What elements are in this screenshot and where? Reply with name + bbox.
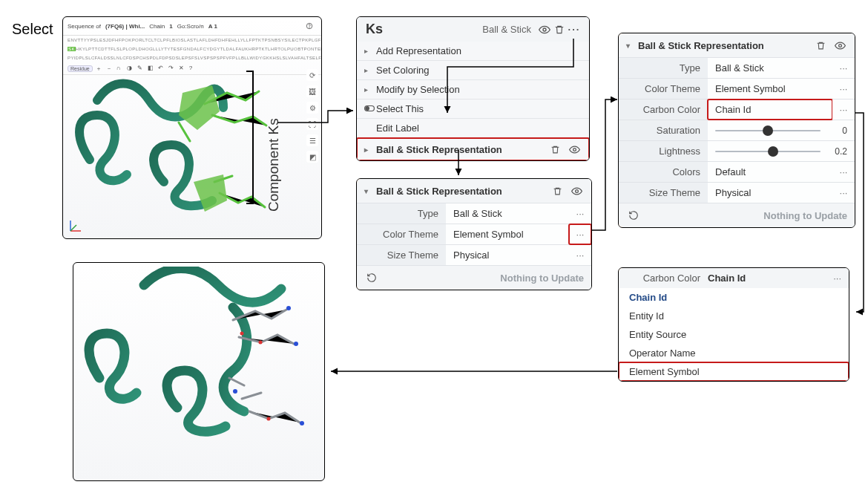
- protein-view-2[interactable]: [77, 267, 322, 474]
- more-icon[interactable]: ···: [832, 79, 855, 99]
- controls-icon[interactable]: ⚙: [306, 102, 318, 114]
- rep1-color-label: Color Theme: [357, 224, 446, 244]
- representation-panel-1: ▾ Ball & Stick Representation Type Ball …: [356, 178, 592, 290]
- representation-panel-2: ▾ Ball & Stick Representation Type Ball …: [618, 33, 855, 228]
- eye-icon[interactable]: [569, 183, 584, 198]
- settings-icon[interactable]: ☰: [306, 134, 318, 146]
- seq-chain-val[interactable]: 1: [169, 23, 172, 30]
- eye-icon[interactable]: [537, 22, 552, 37]
- rep2-sat-slider[interactable]: 0: [708, 120, 855, 140]
- rep2-type-value[interactable]: Ball & Stick: [708, 58, 832, 78]
- rep1-type-value[interactable]: Ball & Stick: [446, 203, 569, 224]
- bracket: [246, 71, 254, 204]
- seq-chain-label: Chain: [149, 23, 165, 30]
- dropdown-opt-operator-name[interactable]: Operator Name: [619, 344, 849, 362]
- rep2-footer: Nothing to Update: [619, 203, 855, 227]
- fullscreen-icon[interactable]: ⛶: [306, 118, 318, 130]
- more-icon[interactable]: ···: [832, 183, 855, 203]
- label-component-ks: Component Ks: [266, 118, 282, 212]
- svg-point-9: [575, 189, 578, 192]
- reset-icon[interactable]: ⟳: [306, 69, 318, 81]
- dropdown-current[interactable]: Carbon Color Chain Id ···: [619, 268, 849, 288]
- trash-icon[interactable]: [552, 22, 567, 37]
- viewer-panel-2[interactable]: [73, 262, 325, 481]
- svg-point-13: [300, 421, 304, 425]
- svg-point-10: [838, 44, 841, 47]
- sequence-line-1[interactable]: SKHKYLPTTCDTTFLSLPLOPLDHOGLLLYTYTESFGNDA…: [63, 45, 321, 53]
- rep1-footer-text: Nothing to Update: [500, 273, 584, 284]
- sequence-line-2[interactable]: PYIDPLSLCFALDSSLNLCFDSPCHSPDLFDPSDSLEPSF…: [63, 53, 321, 62]
- dropdown-opt-entity-id[interactable]: Entity Id: [619, 307, 849, 325]
- rep2-size-value[interactable]: Physical: [708, 183, 832, 203]
- refresh-icon[interactable]: [364, 270, 379, 285]
- trash-icon[interactable]: [548, 142, 562, 157]
- rep2-header[interactable]: ▾ Ball & Stick Representation: [619, 33, 855, 58]
- component-menu: Ks Ball & Stick ··· ▸Add Representation …: [356, 16, 590, 161]
- more-icon[interactable]: ···: [832, 100, 855, 120]
- viewer-side-toolbar: ⟳ 🖼 ⚙ ⛶ ☰ ◩: [306, 69, 318, 163]
- trash-icon[interactable]: [813, 38, 828, 53]
- rep2-footer-text: Nothing to Update: [763, 210, 847, 221]
- more-icon[interactable]: ···: [833, 273, 841, 284]
- dropdown-opt-chain-id[interactable]: Chain Id: [619, 288, 849, 307]
- svg-point-12: [294, 342, 298, 346]
- svg-point-14: [259, 341, 263, 345]
- more-icon[interactable]: ···: [569, 245, 591, 265]
- dropdown-current-value: Chain Id: [708, 273, 746, 284]
- svg-point-7: [365, 106, 369, 111]
- expand-caret-icon: ▾: [364, 187, 372, 195]
- refresh-icon[interactable]: [626, 208, 641, 223]
- expand-caret-icon: ▾: [626, 42, 634, 50]
- help-icon[interactable]: [302, 19, 317, 33]
- svg-point-17: [233, 389, 237, 394]
- rep1-size-value[interactable]: Physical: [446, 245, 569, 265]
- more-icon[interactable]: ···: [569, 224, 591, 244]
- rep2-light-label: Lightness: [619, 141, 708, 161]
- rep2-light-slider[interactable]: 0.2: [708, 141, 855, 161]
- sequence-line-0[interactable]: ENVTTYYPSLESJDFHFPOKPORLTCLTCLPFLBIOSLAS…: [63, 36, 321, 45]
- rep1-type-label: Type: [357, 203, 446, 224]
- rep2-carbon-row: Carbon Color Chain Id ···: [619, 100, 855, 120]
- seq-entity[interactable]: (7FQ6) | Whi...: [105, 23, 145, 30]
- dropdown-opt-entity-source[interactable]: Entity Source: [619, 325, 849, 344]
- svg-line-4: [70, 225, 76, 231]
- trash-icon[interactable]: [550, 183, 565, 198]
- rep2-lightness-row: Lightness 0.2: [619, 141, 855, 162]
- dropdown-opt-element-symbol[interactable]: Element Symbol: [619, 362, 849, 381]
- action-modify-by-selection[interactable]: ▸Modify by Selection: [357, 80, 589, 100]
- more-icon[interactable]: ···: [567, 22, 582, 37]
- seq-sel-label[interactable]: A 1: [208, 23, 217, 30]
- rep1-color-row: Color Theme Element Symbol ···: [357, 224, 591, 245]
- action-edit-label[interactable]: Edit Label: [357, 119, 589, 138]
- screenshot-icon[interactable]: 🖼: [306, 85, 318, 97]
- svg-point-16: [240, 332, 244, 336]
- selection-icon[interactable]: ◩: [306, 151, 318, 163]
- more-icon[interactable]: ···: [832, 162, 855, 182]
- action-ball-stick-rep[interactable]: ▸Ball & Stick Representation: [357, 138, 589, 160]
- rep1-header[interactable]: ▾ Ball & Stick Representation: [357, 179, 591, 203]
- dropdown-options: Chain Id Entity Id Entity Source Operato…: [619, 288, 849, 381]
- representation-type-label: Ball & Stick: [482, 24, 531, 35]
- rep1-color-value[interactable]: Element Symbol: [446, 224, 569, 244]
- more-icon[interactable]: ···: [569, 203, 591, 224]
- svg-point-5: [543, 28, 546, 31]
- rep2-carbon-value[interactable]: Chain Id: [708, 100, 832, 120]
- svg-point-1: [309, 27, 310, 28]
- seq-res-label: Go:Scro/n: [177, 23, 204, 30]
- rep2-color-row: Color Theme Element Symbol ···: [619, 79, 855, 100]
- eye-icon[interactable]: [567, 142, 582, 157]
- action-set-coloring[interactable]: ▸Set Coloring: [357, 61, 589, 80]
- svg-point-8: [573, 148, 576, 151]
- action-add-representation[interactable]: ▸Add Representation: [357, 42, 589, 61]
- component-header: Ks Ball & Stick ···: [357, 17, 589, 42]
- more-icon[interactable]: ···: [832, 58, 855, 78]
- eye-icon[interactable]: [832, 38, 847, 53]
- rep2-colors-label: Colors: [619, 162, 708, 182]
- action-select-this[interactable]: Select This: [357, 100, 589, 119]
- rep2-size-row: Size Theme Physical ···: [619, 183, 855, 203]
- arrow-rep1-to-rep2: [591, 97, 620, 238]
- rep2-colors-value[interactable]: Default: [708, 162, 832, 182]
- rep2-color-value[interactable]: Element Symbol: [708, 79, 832, 99]
- rep1-size-row: Size Theme Physical ···: [357, 245, 591, 266]
- axes-icon: [68, 219, 82, 234]
